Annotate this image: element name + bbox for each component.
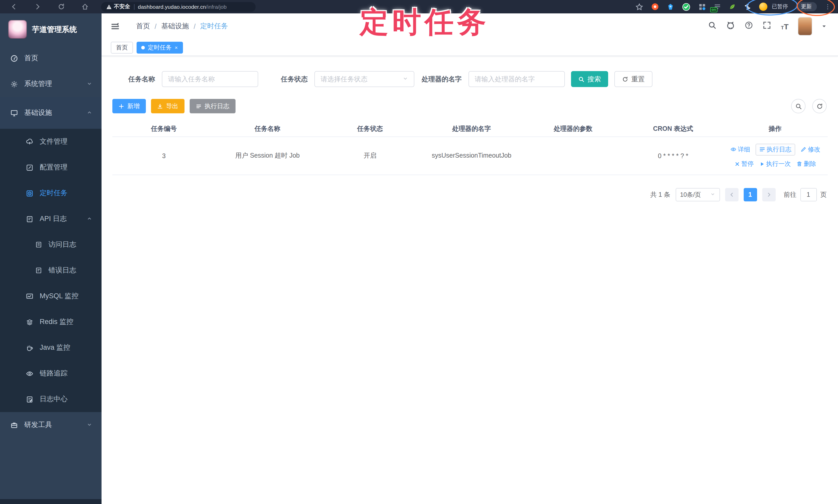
chevron-up-icon [87, 215, 92, 223]
extension-leaf-button[interactable] [729, 3, 736, 10]
job-status-select[interactable]: 请选择任务状态 [314, 71, 414, 87]
sidebar-item-log-center[interactable]: 日志中心 [0, 386, 102, 412]
sidebar-item-error-log[interactable]: 错误日志 [0, 257, 102, 283]
cell-cron: 0 * * * * ? * [624, 152, 722, 159]
plus-icon [119, 103, 124, 109]
breadcrumb-infrastructure[interactable]: 基础设施 [161, 22, 189, 31]
action-label: 执行日志 [767, 145, 791, 154]
action-label: 执行一次 [766, 159, 791, 168]
extension-green-button[interactable] [682, 2, 690, 11]
forward-arrow-icon [34, 3, 41, 10]
sidebar-item-system[interactable]: 系统管理 [0, 71, 102, 97]
add-button[interactable]: 新增 [112, 99, 146, 113]
action-pause-link[interactable]: 暂停 [734, 159, 754, 168]
tab-label: 定时任务 [148, 43, 172, 51]
extension-blue-button[interactable] [667, 3, 674, 11]
user-menu-caret[interactable] [821, 22, 827, 31]
sidebar-item-config-management[interactable]: 配置管理 [0, 155, 102, 180]
action-detail-link[interactable]: 详细 [730, 145, 750, 154]
profile-paused-badge[interactable] [759, 3, 767, 11]
page-number-1[interactable]: 1 [744, 188, 757, 201]
active-tab-dot [141, 46, 145, 49]
action-delete-link[interactable]: 删除 [796, 159, 816, 168]
search-button[interactable]: 搜索 [571, 71, 608, 87]
extension-list-button[interactable]: on [714, 3, 721, 10]
goto-page-input[interactable] [800, 188, 817, 201]
prev-page-button[interactable] [725, 188, 738, 201]
app-logo-row[interactable]: 芋道管理系统 [0, 13, 102, 45]
extensions-puzzle-button[interactable] [744, 3, 751, 11]
cell-handler-name: sysUserSessionTimeoutJob [421, 150, 523, 162]
browser-menu-button[interactable]: ⋮ [825, 4, 831, 9]
sidebar-item-label: 首页 [24, 54, 38, 63]
handler-name-input[interactable] [469, 71, 565, 87]
sidebar-item-label: 链路追踪 [40, 369, 68, 378]
extension-orange-button[interactable] [651, 3, 659, 11]
header-search-button[interactable] [709, 21, 717, 32]
reset-button-label: 重置 [631, 74, 645, 84]
cell-job-id: 3 [112, 152, 215, 159]
table-row: 3 用户 Session 超时 Job 开启 sysUserSessionTim… [112, 137, 828, 175]
header-fullscreen-button[interactable] [763, 21, 771, 32]
sidebar-item-java-monitor[interactable]: Java 监控 [0, 335, 102, 361]
export-button[interactable]: 导出 [151, 99, 185, 113]
bookmark-star-button[interactable] [635, 3, 643, 11]
tab-scheduled-jobs[interactable]: 定时任务 × [137, 41, 183, 53]
column-header-job-status: 任务状态 [319, 125, 421, 133]
sidebar-collapse-button[interactable] [111, 22, 120, 31]
gear-icon [10, 80, 18, 88]
action-edit-link[interactable]: 修改 [800, 145, 820, 154]
tab-close-icon[interactable]: × [175, 44, 178, 50]
sidebar-item-scheduled-jobs[interactable]: 定时任务 [0, 180, 102, 206]
clock-square-icon [26, 189, 34, 197]
annotation-title: 定时任务 [360, 3, 490, 42]
browser-reload-button[interactable] [58, 3, 65, 10]
dashboard-icon [10, 54, 18, 62]
execution-log-button[interactable]: 执行日志 [190, 99, 235, 113]
toggle-search-button[interactable] [791, 99, 805, 113]
job-name-input[interactable] [162, 71, 258, 87]
reset-button[interactable]: 重置 [614, 71, 652, 87]
sidebar-item-access-log[interactable]: 访问日志 [0, 232, 102, 257]
sidebar-item-label: 配置管理 [40, 163, 68, 172]
action-exec-log-link[interactable]: 执行日志 [755, 143, 795, 155]
action-label: 删除 [804, 159, 816, 168]
breadcrumb-home[interactable]: 首页 [136, 22, 150, 31]
browser-forward-button[interactable] [34, 3, 41, 10]
document-icon [35, 241, 42, 248]
sidebar-item-label: Java 监控 [40, 343, 70, 352]
address-bar[interactable]: 不安全 dashboard.yudao.iocoder.cn/infra/job [101, 2, 256, 12]
column-header-handler-param: 处理器的参数 [523, 125, 624, 133]
job-name-label: 任务名称 [128, 74, 155, 84]
tab-home[interactable]: 首页 [111, 41, 133, 53]
breadcrumb-separator: / [155, 22, 157, 30]
browser-back-button[interactable] [10, 3, 18, 10]
sidebar-item-redis-monitor[interactable]: Redis 监控 [0, 309, 102, 335]
search-button-label: 搜索 [588, 74, 601, 84]
sidebar-item-dev-tools[interactable]: 研发工具 [0, 412, 102, 438]
document-edit-icon [26, 215, 34, 223]
browser-update-button[interactable]: 更新 [796, 2, 817, 11]
header-github-button[interactable] [727, 21, 735, 32]
sidebar-item-infrastructure[interactable]: 基础设施 [0, 97, 102, 129]
refresh-table-button[interactable] [812, 99, 827, 113]
next-page-button[interactable] [762, 188, 775, 201]
user-avatar[interactable] [798, 18, 812, 35]
page-size-select[interactable]: 10条/页 [676, 188, 720, 201]
caret-down-icon [821, 24, 827, 29]
sidebar-item-label: API 日志 [40, 214, 67, 223]
header-font-size-button[interactable]: TT [781, 22, 788, 30]
search-form: 任务名称 任务状态 请选择任务状态 处理器的名字 搜索 [128, 71, 838, 87]
browser-home-button[interactable] [82, 3, 89, 10]
sidebar-item-api-log[interactable]: API 日志 [0, 206, 102, 232]
sidebar-item-trace[interactable]: 链路追踪 [0, 361, 102, 386]
sidebar-item-file-management[interactable]: 文件管理 [0, 129, 102, 155]
sidebar-bottom-strip [0, 499, 102, 504]
extension-grid-button[interactable] [698, 3, 706, 11]
header-help-button[interactable] [745, 21, 753, 32]
sidebar-item-mysql-monitor[interactable]: MySQL 监控 [0, 283, 102, 309]
sidebar-item-home[interactable]: 首页 [0, 45, 102, 71]
export-button-label: 导出 [166, 102, 178, 110]
action-run-once-link[interactable]: 执行一次 [759, 159, 791, 168]
breadcrumb-current: 定时任务 [200, 22, 228, 31]
